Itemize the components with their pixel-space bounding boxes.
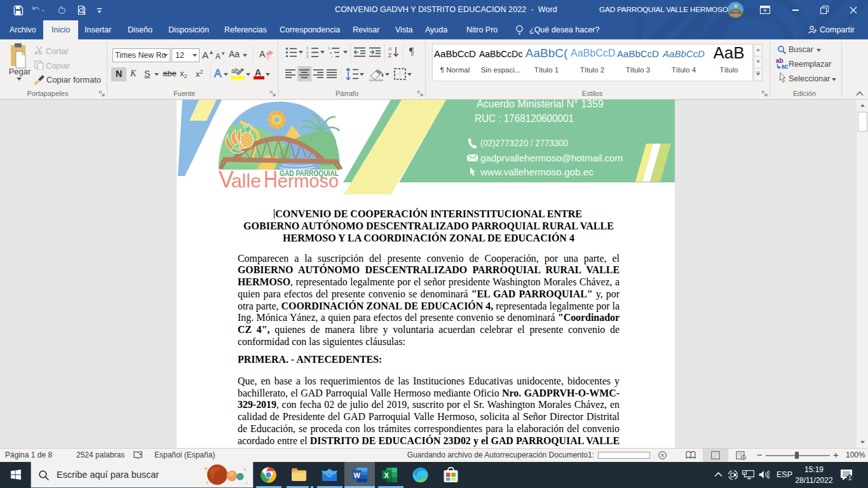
svg-text:Z: Z [388,52,391,58]
svg-text:2: 2 [306,51,309,55]
svg-text:alle: alle [231,170,261,191]
svg-text:X: X [384,471,390,479]
svg-text:H: H [264,166,278,193]
svg-text:A: A [259,49,266,59]
svg-text:i: i [332,55,332,58]
svg-text:a: a [330,51,332,55]
svg-text:3: 3 [306,55,309,58]
svg-text:(02)2773220 / 2773300: (02)2773220 / 2773300 [480,137,568,148]
svg-text:RUC : 1768120600001: RUC : 1768120600001 [475,112,574,124]
svg-text:www.vallehermoso.gob.ec: www.vallehermoso.gob.ec [480,166,594,177]
svg-text:W: W [354,471,361,479]
svg-text:gadprvallehermoso@hotmail.com: gadprvallehermoso@hotmail.com [480,152,623,163]
svg-text:1: 1 [306,46,309,50]
svg-text:1: 1 [328,46,330,50]
svg-text:Acuerdo Ministerial N° 1359: Acuerdo Ministerial N° 1359 [477,100,604,109]
svg-text:1: 1 [848,475,851,481]
svg-text:A: A [388,46,392,52]
svg-text:GAD PARROQUIAL: GAD PARROQUIAL [280,169,339,178]
